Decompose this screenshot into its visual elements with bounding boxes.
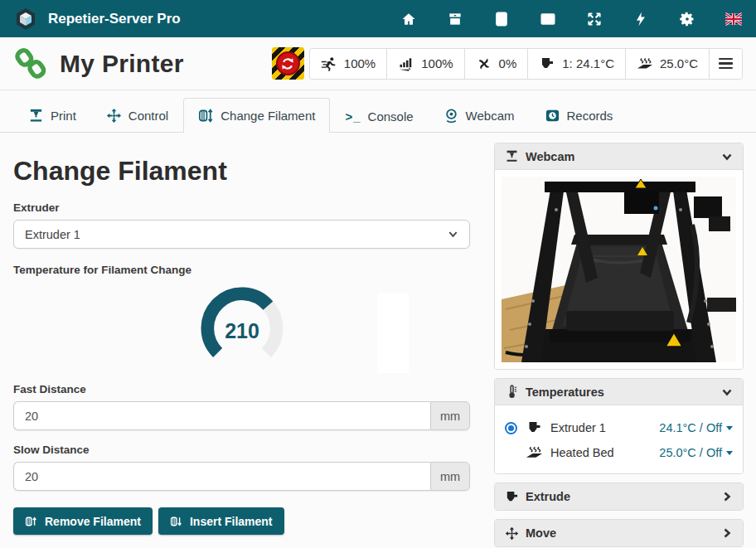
app-logo-icon[interactable]	[13, 7, 38, 32]
temperature-row-extruder: Extruder 1 24.1°C / Off	[505, 415, 733, 440]
emergency-stop-button[interactable]	[272, 47, 304, 80]
temperature-gauge-row: 210	[13, 282, 470, 375]
printer-link-icon	[13, 48, 48, 80]
extruder-icon	[539, 56, 555, 71]
webcam-image	[502, 177, 736, 362]
tab-print[interactable]: Print	[13, 98, 91, 133]
top-navbar: Repetier-Server Pro	[0, 0, 756, 37]
chevron-right-icon	[721, 527, 733, 539]
extruder-temp-value: 24.1°C / Off	[659, 421, 722, 434]
filament-up-icon	[25, 515, 38, 528]
tab-webcam[interactable]: Webcam	[429, 98, 530, 133]
chevron-down-icon	[721, 386, 733, 398]
chevron-right-icon	[721, 491, 733, 502]
heated-bed-icon	[526, 445, 543, 460]
move-panel-title: Move	[526, 526, 556, 540]
fan-status[interactable]: 0%	[464, 49, 528, 79]
fast-distance-input[interactable]	[13, 401, 430, 430]
home-icon[interactable]	[400, 10, 418, 28]
chevron-down-icon	[448, 229, 458, 240]
app-title: Repetier-Server Pro	[48, 11, 181, 27]
flow-value: 100%	[421, 56, 453, 70]
move-panel: Move	[494, 519, 744, 547]
speed-runner-icon	[321, 56, 337, 71]
caret-down-icon	[726, 451, 733, 455]
insert-filament-button[interactable]: Insert Filament	[158, 507, 284, 535]
control-move-icon	[106, 108, 122, 124]
tab-console[interactable]: >_ Console	[330, 99, 428, 133]
tab-records[interactable]: Records	[530, 98, 628, 133]
settings-gear-icon[interactable]	[678, 10, 696, 28]
records-icon	[545, 108, 560, 124]
extruder-temp-dropdown[interactable]: 24.1°C / Off	[659, 421, 733, 434]
temperatures-panel: Temperatures Extruder 1 24.1°C / Off	[494, 378, 744, 474]
print-icon	[28, 108, 44, 124]
slow-distance-unit: mm	[430, 462, 470, 491]
move-panel-header[interactable]: Move	[495, 520, 743, 546]
page-title: Change Filament	[13, 156, 470, 187]
printer-name: My Printer	[60, 50, 184, 78]
filament-down-icon	[170, 515, 183, 528]
fast-distance-unit: mm	[430, 401, 470, 430]
manual-book-icon[interactable]	[492, 10, 511, 28]
language-flag-uk[interactable]	[724, 10, 743, 28]
webcam-panel-title: Webcam	[526, 150, 574, 163]
chevron-down-icon	[721, 151, 733, 162]
bed-temp-dropdown[interactable]: 25.0°C / Off	[659, 446, 733, 459]
printer-header: My Printer 100%	[0, 37, 756, 90]
caret-down-icon	[726, 426, 733, 430]
gauge-side-box	[377, 293, 409, 373]
extruder-icon	[505, 490, 519, 504]
tab-control[interactable]: Control	[91, 98, 183, 133]
printer-status-toolbar: 100% 100% 0% 1	[309, 48, 743, 80]
remove-filament-button[interactable]: Remove Filament	[13, 507, 153, 535]
bed-row-label: Heated Bed	[550, 446, 614, 459]
fast-distance-label: Fast Distance	[13, 383, 470, 395]
bed-status[interactable]: 25.0°C	[625, 49, 709, 79]
temperature-row-bed: Heated Bed 25.0°C / Off	[505, 440, 733, 465]
printers-box-icon[interactable]	[446, 10, 464, 28]
bed-value: 25.0°C	[660, 56, 698, 70]
printer-menu-button[interactable]	[709, 49, 742, 79]
tab-control-label: Control	[128, 109, 168, 123]
speed-status[interactable]: 100%	[310, 49, 386, 79]
flow-bars-icon	[398, 56, 414, 71]
console-icon: >_	[345, 109, 361, 124]
move-icon	[505, 526, 519, 541]
messages-mail-icon[interactable]	[539, 10, 557, 28]
extruder-radio[interactable]	[505, 422, 517, 434]
flow-status[interactable]: 100%	[386, 49, 463, 79]
tab-change-filament-label: Change Filament	[220, 109, 315, 123]
slow-distance-input[interactable]	[13, 462, 430, 491]
insert-filament-label: Insert Filament	[190, 515, 273, 528]
fan-value: 0%	[499, 56, 517, 70]
fan-icon	[476, 56, 492, 71]
extrude-panel: Extrude	[494, 483, 744, 511]
webcam-panel-header[interactable]: Webcam	[495, 143, 743, 170]
tab-webcam-label: Webcam	[466, 109, 515, 123]
printer-nozzle-icon	[505, 149, 519, 163]
change-filament-panel: Change Filament Extruder Extruder 1 Temp…	[13, 133, 470, 535]
fullscreen-icon[interactable]	[585, 10, 603, 28]
emergency-stop-icon	[276, 51, 300, 75]
temperature-label: Temperature for Filament Change	[13, 264, 470, 276]
bed-temp-value: 25.0°C / Off	[659, 446, 722, 459]
extruder-status[interactable]: 1: 24.1°C	[527, 49, 625, 79]
extruder-selected-value: Extruder 1	[25, 228, 80, 241]
temperature-gauge-value: 210	[199, 285, 285, 371]
tab-change-filament[interactable]: Change Filament	[183, 98, 330, 133]
extrude-panel-header[interactable]: Extrude	[495, 483, 743, 510]
extruder-icon	[526, 420, 542, 435]
printer-tabbar: Print Control Change Filament >_ Console…	[0, 90, 756, 133]
extruder-row-label: Extruder 1	[550, 421, 606, 434]
heated-bed-icon	[637, 56, 653, 71]
extruder-value: 1: 24.1°C	[562, 56, 614, 70]
slow-distance-label: Slow Distance	[13, 444, 470, 456]
temperatures-panel-header[interactable]: Temperatures	[495, 379, 743, 405]
tab-print-label: Print	[51, 109, 76, 123]
thermometer-icon	[505, 385, 519, 399]
webcam-panel: Webcam	[494, 143, 744, 370]
extruder-select[interactable]: Extruder 1	[13, 220, 470, 249]
power-bolt-icon[interactable]	[632, 10, 650, 28]
change-filament-icon	[198, 108, 214, 124]
